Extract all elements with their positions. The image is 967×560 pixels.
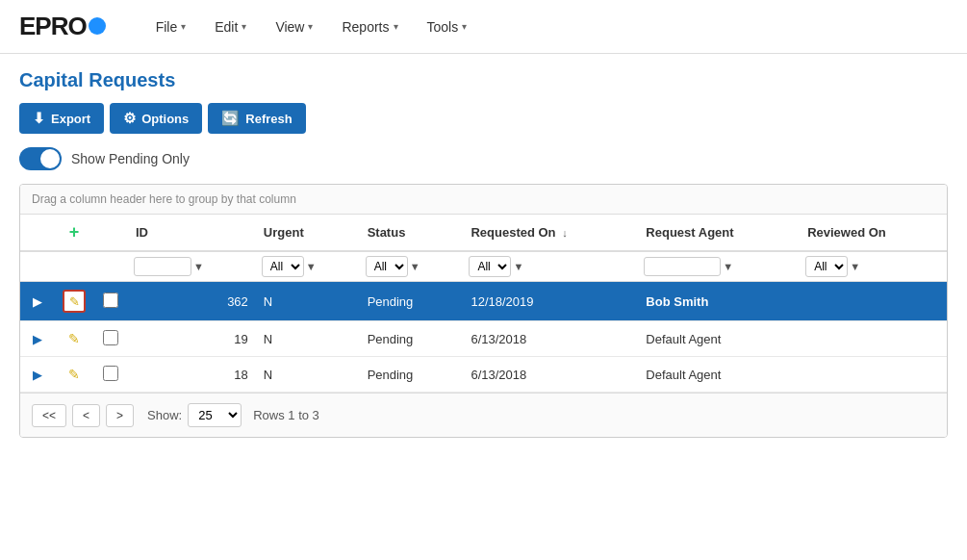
logo-icon	[89, 17, 106, 35]
pending-toggle[interactable]	[19, 147, 62, 170]
filter-agent-input[interactable]	[644, 257, 721, 276]
table-row: ▶✎19NPending6/13/2018Default Agent	[20, 321, 947, 357]
edit-button-highlighted[interactable]: ✎	[63, 290, 86, 313]
nav-link-edit[interactable]: Edit ▾	[203, 12, 258, 42]
urgent-cell: N	[256, 321, 360, 357]
id-cell: 362	[128, 282, 256, 321]
nav-link-reports[interactable]: Reports ▾	[330, 12, 409, 42]
expand-cell: ▶	[20, 282, 55, 321]
table-container: Drag a column header here to group by th…	[19, 184, 948, 438]
row-checkbox[interactable]	[103, 330, 118, 345]
row-checkbox[interactable]	[103, 293, 118, 308]
filter-check	[93, 251, 128, 282]
urgent-cell: N	[256, 282, 360, 321]
col-urgent: Urgent	[256, 215, 360, 251]
agent-cell: Default Agent	[638, 321, 800, 357]
edit-button[interactable]: ✎	[66, 329, 82, 348]
nav-link-file[interactable]: File ▾	[144, 12, 198, 42]
nav-item-file[interactable]: File ▾	[144, 12, 198, 42]
filter-row: ▼ All ▼ All	[20, 251, 947, 282]
data-table: + ID Urgent Status Requested On ↓ Reques…	[20, 215, 947, 393]
reviewed-on-cell	[800, 357, 947, 393]
agent-cell: Default Agent	[638, 357, 800, 393]
logo: EPRO	[19, 12, 106, 41]
edit-cell: ✎	[55, 357, 93, 393]
first-page-button[interactable]: <<	[32, 404, 66, 427]
options-icon: ⚙	[123, 110, 136, 127]
nav-arrow-reports: ▾	[394, 21, 398, 32]
filter-status-select[interactable]: All	[366, 256, 408, 277]
status-cell: Pending	[360, 321, 464, 357]
col-add[interactable]: +	[55, 215, 93, 251]
filter-id-icon[interactable]: ▼	[193, 261, 204, 272]
logo-text: EPRO	[19, 12, 87, 41]
nav-item-edit[interactable]: Edit ▾	[203, 12, 258, 42]
prev-page-button[interactable]: <	[72, 404, 100, 427]
table-body: ▶✎362NPending12/18/2019Bob Smith▶✎19NPen…	[20, 282, 947, 393]
edit-cell: ✎	[55, 282, 93, 321]
filter-request-agent: ▼	[638, 251, 800, 282]
filter-id-input[interactable]	[134, 257, 191, 276]
refresh-button[interactable]: 🔄 Refresh	[208, 103, 305, 134]
expand-button[interactable]: ▶	[29, 293, 46, 311]
refresh-icon: 🔄	[221, 110, 240, 127]
page-title: Capital Requests	[19, 69, 948, 91]
filter-reviewed-on-icon[interactable]: ▼	[850, 261, 860, 272]
export-icon: ⬇	[33, 110, 45, 127]
id-cell: 18	[128, 357, 256, 393]
filter-urgent-select[interactable]: All	[262, 256, 304, 277]
nav-item-reports[interactable]: Reports ▾	[330, 12, 409, 42]
expand-button[interactable]: ▶	[29, 366, 46, 384]
filter-reviewed-on-select[interactable]: All	[805, 256, 848, 277]
nav-item-tools[interactable]: Tools ▾	[416, 12, 479, 42]
page-content: Capital Requests ⬇ Export ⚙ Options 🔄 Re…	[0, 54, 967, 560]
options-button[interactable]: ⚙ Options	[110, 103, 202, 134]
expand-cell: ▶	[20, 357, 55, 393]
nav-link-tools[interactable]: Tools ▾	[416, 12, 479, 42]
toggle-row: Show Pending Only	[19, 147, 948, 170]
checkbox-cell	[93, 321, 128, 357]
toggle-knob	[40, 149, 60, 168]
next-page-button[interactable]: >	[106, 404, 134, 427]
nav-label-file: File	[156, 19, 178, 35]
urgent-cell: N	[256, 357, 360, 393]
filter-id: ▼	[128, 251, 256, 282]
filter-expand	[20, 251, 55, 282]
sort-icon: ↓	[562, 227, 568, 239]
col-reviewed-on: Reviewed On	[800, 215, 947, 251]
column-header-row: + ID Urgent Status Requested On ↓ Reques…	[20, 215, 947, 251]
per-page-select[interactable]: 25 50 100	[188, 403, 242, 427]
edit-button[interactable]: ✎	[66, 365, 82, 384]
nav-label-view: View	[275, 19, 304, 35]
agent-cell: Bob Smith	[638, 282, 800, 321]
pagination-row: << < > Show: 25 50 100 Rows 1 to 3	[20, 393, 947, 437]
reviewed-on-cell	[800, 282, 947, 321]
col-status: Status	[360, 215, 464, 251]
nav-label-reports: Reports	[342, 19, 389, 35]
col-requested-on: Requested On ↓	[463, 215, 638, 251]
filter-agent-icon[interactable]: ▼	[723, 261, 733, 272]
nav-item-view[interactable]: View ▾	[264, 12, 324, 42]
expand-button[interactable]: ▶	[29, 330, 46, 348]
export-label: Export	[51, 112, 90, 126]
reviewed-on-cell	[800, 321, 947, 357]
checkbox-cell	[93, 357, 128, 393]
top-nav: EPRO File ▾ Edit ▾ View ▾ Reports ▾	[0, 0, 967, 54]
nav-link-view[interactable]: View ▾	[264, 12, 324, 42]
requested-on-cell: 12/18/2019	[463, 282, 638, 321]
filter-status-icon[interactable]: ▼	[410, 261, 420, 272]
filter-urgent: All ▼	[256, 251, 360, 282]
status-cell: Pending	[360, 357, 464, 393]
nav-label-edit: Edit	[215, 19, 238, 35]
nav-arrow-edit: ▾	[242, 21, 246, 32]
expand-cell: ▶	[20, 321, 55, 357]
toggle-label: Show Pending Only	[71, 151, 190, 166]
filter-requested-on-select[interactable]: All	[469, 256, 511, 277]
export-button[interactable]: ⬇ Export	[19, 103, 104, 134]
filter-urgent-icon[interactable]: ▼	[306, 261, 317, 272]
show-label: Show:	[147, 408, 182, 422]
group-hint: Drag a column header here to group by th…	[20, 185, 947, 215]
rows-info: Rows 1 to 3	[253, 408, 319, 422]
row-checkbox[interactable]	[103, 366, 118, 381]
filter-requested-on-icon[interactable]: ▼	[513, 261, 523, 272]
